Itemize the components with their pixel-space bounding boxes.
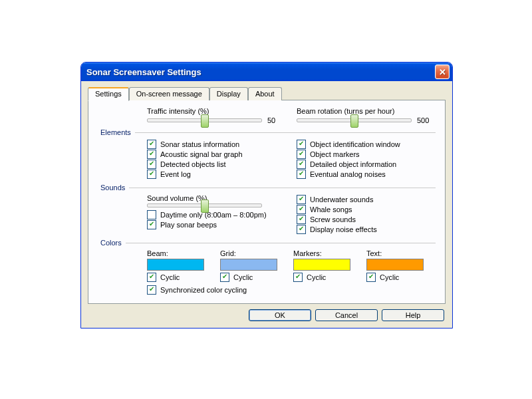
check-detailed-object-info[interactable]: Detailed object information — [297, 160, 436, 169]
ok-button[interactable]: OK — [249, 309, 311, 321]
check-cyclic-markers[interactable]: Cyclic — [293, 273, 353, 282]
check-label: Eventual analog noises — [310, 170, 386, 178]
check-analog-noises[interactable]: Eventual analog noises — [297, 170, 436, 179]
tab-label: Display — [217, 90, 241, 98]
swatch-markers[interactable] — [293, 259, 350, 271]
help-button[interactable]: Help — [382, 309, 444, 321]
color-text: Text: Cyclic — [366, 249, 426, 283]
elements-right-col: Object identification window Object mark… — [297, 139, 436, 180]
check-cyclic-beam[interactable]: Cyclic — [147, 273, 207, 282]
traffic-intensity-label: Traffic intensity (%) — [147, 107, 286, 115]
check-label: Underwater sounds — [310, 196, 373, 203]
check-label: Cyclic — [233, 273, 253, 281]
color-label: Markers: — [293, 249, 353, 257]
check-label: Cyclic — [380, 273, 399, 281]
check-label: Synchronized color cycling — [160, 286, 247, 294]
checkbox-icon — [147, 150, 156, 159]
tab-on-screen-message[interactable]: On-screen message — [129, 87, 209, 100]
color-label: Text: — [366, 249, 426, 257]
check-label: Play sonar beeps — [160, 221, 217, 229]
sound-volume-slider[interactable] — [147, 203, 262, 207]
check-label: Whale songs — [310, 205, 352, 213]
checkbox-icon — [147, 160, 156, 169]
swatch-grid[interactable] — [220, 259, 277, 271]
check-label: Acoustic signal bar graph — [160, 150, 243, 158]
sound-volume-label: Sound volume (%) — [147, 194, 286, 202]
beam-rotation-label: Beam rotation (turns per hour) — [297, 107, 436, 115]
check-object-markers[interactable]: Object markers — [297, 150, 436, 159]
button-label: Cancel — [335, 311, 358, 319]
checkbox-icon — [147, 210, 156, 219]
checkbox-icon — [147, 140, 156, 149]
sounds-left-col: Sound volume (%) Daytime only (8:00am – … — [147, 194, 286, 235]
titlebar[interactable]: Sonar Screensaver Settings ✕ — [81, 63, 452, 81]
color-label: Grid: — [220, 249, 280, 257]
swatch-beam[interactable] — [147, 259, 204, 271]
check-acoustic-bar[interactable]: Acoustic signal bar graph — [147, 150, 286, 159]
swatch-text[interactable] — [366, 259, 424, 271]
slider-thumb[interactable] — [201, 200, 209, 213]
check-display-noise-effects[interactable]: Display noise effects — [297, 225, 436, 234]
checkbox-icon — [147, 170, 156, 179]
checkbox-icon — [220, 273, 229, 282]
check-label: Cyclic — [307, 273, 326, 281]
check-label: Cyclic — [160, 273, 180, 281]
check-label: Detailed object information — [310, 160, 396, 168]
tab-settings[interactable]: Settings — [88, 87, 129, 101]
color-label: Beam: — [147, 249, 207, 257]
check-underwater-sounds[interactable]: Underwater sounds — [297, 195, 436, 204]
check-label: Object markers — [310, 150, 360, 158]
checkbox-icon — [297, 215, 306, 224]
check-label: Detected objects list — [160, 160, 225, 168]
check-event-log[interactable]: Event log — [147, 170, 286, 179]
traffic-intensity-slider[interactable] — [147, 118, 262, 122]
client-area: Settings On-screen message Display About… — [81, 81, 452, 328]
checkbox-icon — [147, 285, 156, 295]
check-whale-songs[interactable]: Whale songs — [297, 205, 436, 214]
color-grid: Grid: Cyclic — [220, 249, 280, 283]
slider-thumb[interactable] — [201, 114, 209, 128]
checkbox-icon — [297, 160, 306, 169]
check-label: Event log — [160, 170, 191, 178]
check-sync-color-cycling[interactable]: Synchronized color cycling — [147, 285, 436, 295]
window-title: Sonar Screensaver Settings — [86, 67, 435, 77]
top-sliders: Traffic intensity (%) 50 Beam rotation (… — [147, 107, 436, 124]
traffic-intensity-block: Traffic intensity (%) 50 — [147, 107, 286, 124]
beam-rotation-slider[interactable] — [297, 118, 412, 122]
elements-left-col: Sonar status information Acoustic signal… — [147, 139, 286, 180]
group-sounds: Sounds — [98, 184, 436, 192]
sounds-right-col: Underwater sounds Whale songs Screw soun… — [297, 194, 436, 235]
cancel-button[interactable]: Cancel — [315, 309, 378, 321]
check-object-id-window[interactable]: Object identification window — [297, 140, 436, 149]
checkbox-icon — [293, 273, 303, 282]
tab-about[interactable]: About — [248, 87, 282, 100]
color-beam: Beam: Cyclic — [147, 249, 207, 283]
check-label: Daytime only (8:00am – 8:00pm) — [160, 211, 267, 219]
tab-label: About — [255, 90, 275, 98]
close-button[interactable]: ✕ — [435, 65, 450, 79]
checkbox-icon — [297, 170, 306, 179]
check-play-sonar-beeps[interactable]: Play sonar beeps — [147, 220, 286, 229]
settings-dialog: Sonar Screensaver Settings ✕ Settings On… — [80, 62, 453, 329]
traffic-intensity-value: 50 — [267, 116, 286, 124]
group-elements: Elements — [98, 128, 436, 136]
check-detected-objects[interactable]: Detected objects list — [147, 160, 286, 169]
button-label: Help — [406, 311, 421, 319]
slider-thumb[interactable] — [350, 114, 358, 128]
group-colors: Colors — [98, 239, 436, 247]
check-label: Screw sounds — [310, 215, 356, 223]
checkbox-icon — [297, 205, 306, 214]
tabstrip: Settings On-screen message Display About — [88, 87, 446, 100]
tab-label: Settings — [95, 90, 122, 98]
checkbox-icon — [147, 220, 156, 229]
button-bar: OK Cancel Help — [88, 304, 446, 321]
close-icon: ✕ — [439, 67, 446, 77]
tabpage-settings: Traffic intensity (%) 50 Beam rotation (… — [88, 100, 446, 304]
tab-display[interactable]: Display — [209, 87, 248, 100]
check-daytime-only[interactable]: Daytime only (8:00am – 8:00pm) — [147, 210, 286, 219]
check-screw-sounds[interactable]: Screw sounds — [297, 215, 436, 224]
check-cyclic-text[interactable]: Cyclic — [366, 273, 426, 282]
check-cyclic-grid[interactable]: Cyclic — [220, 273, 280, 282]
check-sonar-status[interactable]: Sonar status information — [147, 140, 286, 149]
beam-rotation-block: Beam rotation (turns per hour) 500 — [297, 107, 436, 124]
